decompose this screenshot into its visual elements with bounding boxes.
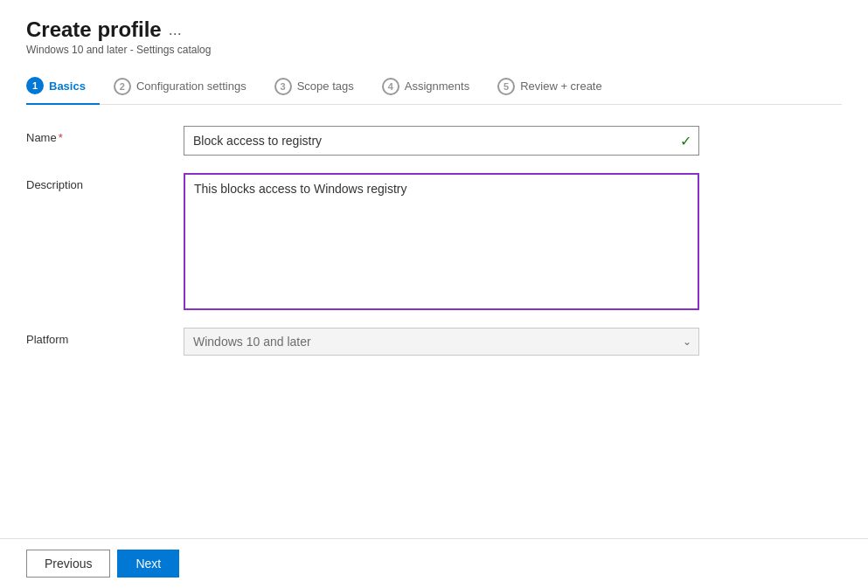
- name-row: Name* ✓: [26, 126, 842, 156]
- step-label-review-create: Review + create: [520, 80, 602, 93]
- footer: Previous Next: [0, 538, 868, 588]
- description-label: Description: [26, 173, 166, 191]
- step-configuration[interactable]: 2 Configuration settings: [100, 71, 260, 104]
- description-textarea-wrapper[interactable]: This blocks access to Windows registry: [184, 173, 699, 310]
- name-required-star: *: [59, 131, 63, 144]
- page-title: Create profile: [26, 17, 162, 42]
- description-row: Description This blocks access to Window…: [26, 173, 842, 310]
- previous-button[interactable]: Previous: [26, 550, 110, 578]
- title-ellipsis: ...: [169, 21, 182, 39]
- name-input[interactable]: [184, 127, 698, 155]
- step-label-configuration: Configuration settings: [136, 80, 247, 93]
- platform-select-wrapper: Windows 10 and later ⌄: [184, 328, 699, 356]
- check-icon: ✓: [680, 133, 691, 149]
- form-section: Name* ✓ Description This blocks access t…: [26, 126, 842, 356]
- step-circle-2: 2: [114, 78, 131, 95]
- page-subtitle: Windows 10 and later - Settings catalog: [26, 44, 842, 56]
- step-label-scope-tags: Scope tags: [297, 80, 354, 93]
- step-circle-1: 1: [26, 77, 44, 94]
- name-input-wrapper[interactable]: ✓: [184, 126, 699, 156]
- step-scope-tags[interactable]: 3 Scope tags: [260, 71, 368, 104]
- step-circle-5: 5: [497, 78, 515, 95]
- name-label: Name*: [26, 126, 166, 144]
- step-label-basics: Basics: [49, 80, 86, 93]
- platform-select: Windows 10 and later: [184, 329, 698, 355]
- platform-label: Platform: [26, 328, 166, 346]
- platform-row: Platform Windows 10 and later ⌄: [26, 328, 842, 356]
- step-circle-4: 4: [382, 78, 399, 95]
- next-button[interactable]: Next: [117, 550, 179, 578]
- step-assignments[interactable]: 4 Assignments: [368, 71, 483, 104]
- steps-nav: 1 Basics 2 Configuration settings 3 Scop…: [26, 70, 842, 105]
- step-basics[interactable]: 1 Basics: [26, 70, 100, 105]
- step-review-create[interactable]: 5 Review + create: [483, 71, 616, 104]
- description-textarea[interactable]: This blocks access to Windows registry: [185, 175, 698, 306]
- step-circle-3: 3: [274, 78, 292, 95]
- step-label-assignments: Assignments: [405, 80, 469, 93]
